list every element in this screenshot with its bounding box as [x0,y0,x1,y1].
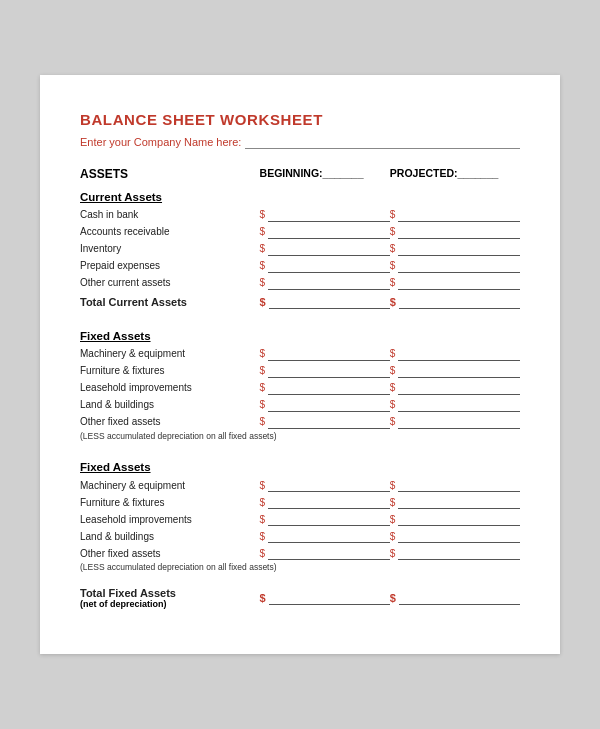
beginning-field[interactable]: $ [260,529,390,543]
row-label: Land & buildings [80,399,260,410]
row-label: Machinery & equipment [80,480,260,491]
projected-total-field[interactable]: $ [390,295,520,309]
table-row: Leasehold improvements $ $ [80,381,520,395]
row-label: Prepaid expenses [80,260,260,271]
table-row: Machinery & equipment $ $ [80,347,520,361]
beginning-header: BEGINNING:_______ [260,167,390,181]
beginning-total-field[interactable]: $ [260,295,390,309]
row-label: Cash in bank [80,209,260,220]
projected-field[interactable]: $ [390,276,520,290]
fixed-assets-1-note: (LESS accumulated depreciation on all fi… [80,431,280,442]
projected-field[interactable]: $ [390,259,520,273]
assets-header: ASSETS [80,167,260,181]
row-label: Land & buildings [80,531,260,542]
beginning-field[interactable]: $ [260,364,390,378]
beginning-field[interactable]: $ [260,225,390,239]
projected-field[interactable]: $ [390,512,520,526]
row-label: Other current assets [80,277,260,288]
table-row: Prepaid expenses $ $ [80,259,520,273]
projected-field[interactable]: $ [390,208,520,222]
beginning-total-fixed-field[interactable]: $ [260,591,390,605]
projected-field[interactable]: $ [390,478,520,492]
projected-field[interactable]: $ [390,381,520,395]
table-row: Furniture & fixtures $ $ [80,495,520,509]
beginning-field[interactable]: $ [260,276,390,290]
beginning-field[interactable]: $ [260,208,390,222]
beginning-field[interactable]: $ [260,347,390,361]
table-row: Other fixed assets $ $ [80,546,520,560]
table-row: Machinery & equipment $ $ [80,478,520,492]
total-current-assets-row: Total Current Assets $ $ [80,295,520,309]
table-row: Furniture & fixtures $ $ [80,364,520,378]
column-headers: ASSETS BEGINNING:_______ PROJECTED:_____… [80,167,520,181]
row-label: Leasehold improvements [80,514,260,525]
table-row: Inventory $ $ [80,242,520,256]
table-row: Land & buildings $ $ [80,398,520,412]
projected-field[interactable]: $ [390,347,520,361]
table-row: Accounts receivable $ $ [80,225,520,239]
total-fixed-assets-row: Total Fixed Assets (net of depreciation)… [80,587,520,609]
beginning-field[interactable]: $ [260,495,390,509]
fixed-assets-2-note: (LESS accumulated depreciation on all fi… [80,562,280,573]
row-label: Inventory [80,243,260,254]
projected-field[interactable]: $ [390,529,520,543]
beginning-field[interactable]: $ [260,398,390,412]
fixed-assets-1-title: Fixed Assets [80,330,520,342]
current-assets-title: Current Assets [80,191,520,203]
page-title: BALANCE SHEET WORKSHEET [80,111,520,128]
beginning-field[interactable]: $ [260,546,390,560]
total-current-assets-label: Total Current Assets [80,296,260,308]
beginning-field[interactable]: $ [260,512,390,526]
balance-sheet-worksheet: BALANCE SHEET WORKSHEET Enter your Compa… [40,75,560,654]
projected-field[interactable]: $ [390,225,520,239]
table-row: Land & buildings $ $ [80,529,520,543]
table-row: Other fixed assets $ $ [80,415,520,429]
row-label: Leasehold improvements [80,382,260,393]
fixed-assets-2-title: Fixed Assets [80,461,520,473]
row-label: Machinery & equipment [80,348,260,359]
projected-field[interactable]: $ [390,242,520,256]
projected-total-fixed-field[interactable]: $ [390,591,520,605]
projected-header: PROJECTED:_______ [390,167,520,181]
projected-field[interactable]: $ [390,495,520,509]
beginning-field[interactable]: $ [260,381,390,395]
table-row: Other current assets $ $ [80,276,520,290]
table-row: Leasehold improvements $ $ [80,512,520,526]
row-label: Accounts receivable [80,226,260,237]
row-label: Other fixed assets [80,548,260,559]
table-row: Cash in bank $ $ [80,208,520,222]
row-label: Other fixed assets [80,416,260,427]
company-line: Enter your Company Name here: [80,135,520,149]
projected-field[interactable]: $ [390,546,520,560]
company-name-field[interactable] [245,135,520,149]
total-fixed-assets-label: Total Fixed Assets (net of depreciation) [80,587,260,609]
beginning-field[interactable]: $ [260,415,390,429]
projected-field[interactable]: $ [390,415,520,429]
beginning-field[interactable]: $ [260,242,390,256]
projected-field[interactable]: $ [390,364,520,378]
beginning-field[interactable]: $ [260,478,390,492]
row-label: Furniture & fixtures [80,365,260,376]
projected-field[interactable]: $ [390,398,520,412]
beginning-field[interactable]: $ [260,259,390,273]
row-label: Furniture & fixtures [80,497,260,508]
